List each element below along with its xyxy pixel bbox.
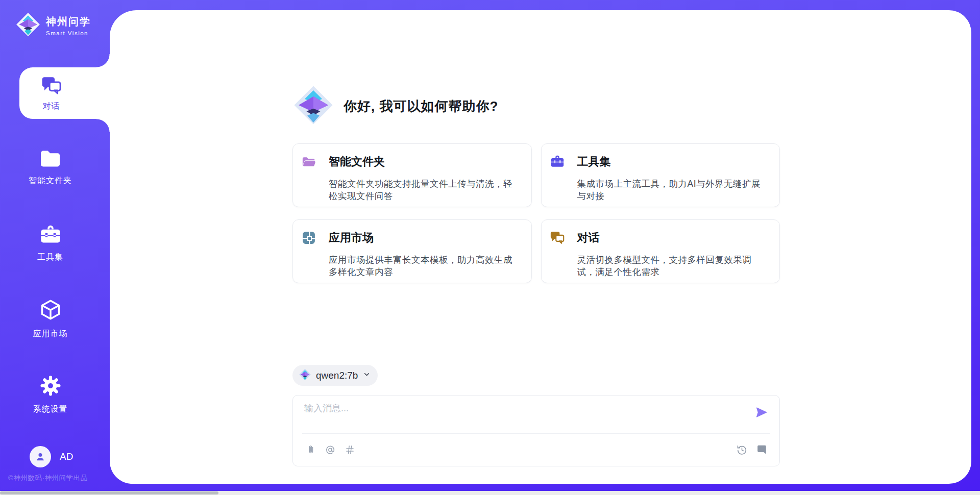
card-description: 集成市场上主流工具，助力AI与外界无缝扩展与对接: [577, 178, 768, 207]
chat-bubbles-icon: [41, 75, 62, 96]
model-name: qwen2:7b: [316, 370, 358, 381]
card-title: 对话: [577, 230, 768, 250]
brand-logo: 神州问学 Smart Vision: [15, 11, 91, 40]
greeting-title: 你好, 我可以如何帮助你?: [344, 97, 498, 115]
chat-bubbles-icon: [550, 230, 565, 245]
user-initials: AD: [60, 451, 73, 462]
app-window: 神州问学 Smart Vision 对话: [0, 0, 980, 495]
sidebar-item-label: 系统设置: [33, 404, 68, 415]
card-toolset[interactable]: 工具集 集成市场上主流工具，助力AI与外界无缝扩展与对接: [541, 143, 780, 207]
app-grid-icon: [301, 230, 316, 245]
horizontal-scrollbar[interactable]: [0, 491, 980, 495]
brand-diamond-icon: [299, 368, 311, 383]
card-app-market[interactable]: 应用市场 应用市场提供丰富长文本模板，助力高效生成多样化文章内容: [292, 219, 532, 283]
model-selector-row: qwen2:7b: [292, 365, 780, 386]
model-selector[interactable]: qwen2:7b: [292, 365, 378, 386]
send-button[interactable]: [755, 406, 768, 419]
card-description: 应用市场提供丰富长文本模板，助力高效生成多样化文章内容: [329, 254, 519, 283]
card-description: 灵活切换多模型文件，支持多样回复效果调试，满足个性化需求: [577, 254, 768, 283]
brand-diamond-icon: [15, 11, 41, 40]
card-smart-folder[interactable]: 智能文件夹 智能文件夹功能支持批量文件上传与清洗，轻松实现文件问答: [292, 143, 532, 207]
sidebar-item-settings[interactable]: 系统设置: [0, 375, 110, 415]
at-sign-icon[interactable]: [325, 444, 336, 456]
briefcase-icon: [39, 224, 62, 247]
composer-toolbar: [293, 434, 779, 466]
briefcase-icon: [550, 154, 565, 169]
card-title: 应用市场: [329, 230, 519, 250]
sidebar-item-label: 智能文件夹: [29, 176, 72, 186]
chevron-down-icon: [362, 370, 371, 381]
feature-cards: 智能文件夹 智能文件夹功能支持批量文件上传与清洗，轻松实现文件问答 工具集 集成…: [292, 143, 780, 283]
card-chat[interactable]: 对话 灵活切换多模型文件，支持多样回复效果调试，满足个性化需求: [541, 219, 780, 283]
chat-filled-icon[interactable]: [756, 444, 767, 456]
main-panel: 你好, 我可以如何帮助你? 智能文件夹 智能文件夹功能支持批量文件上传与清洗，轻…: [110, 10, 971, 484]
card-title: 智能文件夹: [329, 154, 519, 174]
folder-open-icon: [301, 154, 316, 169]
sidebar-item-label: 工具集: [37, 252, 63, 263]
gear-icon: [39, 375, 62, 399]
sidebar-item-label: 应用市场: [33, 329, 68, 339]
sidebar: 神州问学 Smart Vision 对话: [0, 0, 110, 495]
hash-icon[interactable]: [344, 444, 355, 456]
user-account[interactable]: AD: [30, 446, 73, 467]
card-title: 工具集: [577, 154, 768, 174]
history-icon[interactable]: [736, 444, 747, 456]
message-input[interactable]: [304, 402, 744, 429]
sidebar-item-app-market[interactable]: 应用市场: [0, 298, 110, 339]
folder-icon: [39, 149, 62, 170]
sidebar-item-smart-folder[interactable]: 智能文件夹: [0, 149, 110, 186]
greeting-block: 你好, 我可以如何帮助你?: [292, 10, 780, 129]
copyright-text: ©神州数码·神州问学出品: [8, 474, 110, 483]
paperclip-icon[interactable]: [305, 444, 316, 456]
brand-name: 神州问学: [46, 15, 91, 29]
avatar: [30, 446, 51, 467]
cube-icon: [39, 298, 62, 324]
message-composer: [292, 395, 780, 466]
sidebar-item-label: 对话: [43, 101, 60, 112]
sidebar-item-chat[interactable]: 对话: [19, 67, 110, 119]
brand-tagline: Smart Vision: [46, 30, 91, 36]
brand-diamond-icon: [292, 83, 334, 129]
scrollbar-thumb[interactable]: [0, 491, 218, 494]
sidebar-item-toolset[interactable]: 工具集: [0, 224, 110, 263]
card-description: 智能文件夹功能支持批量文件上传与清洗，轻松实现文件问答: [329, 178, 519, 207]
